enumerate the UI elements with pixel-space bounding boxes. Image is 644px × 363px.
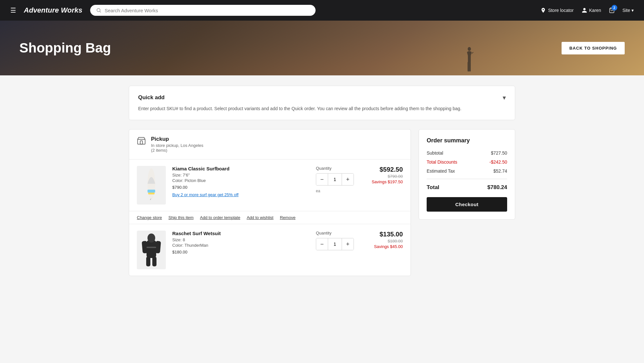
hero-silhouette-icon — [465, 46, 473, 75]
svg-rect-7 — [468, 62, 469, 72]
item-list-price-2: $180.00 — [172, 250, 309, 254]
add-to-wishlist-link[interactable]: Add to wishlist — [247, 215, 273, 220]
surfboard-illustration — [143, 167, 159, 203]
subtotal-row: Subtotal $727.50 — [427, 150, 507, 156]
item-color: Color: Picton Blue — [172, 178, 309, 183]
item-promo-link[interactable]: Buy 2 or more surf gear get 25% off — [172, 192, 309, 197]
navigation: ☰ Adventure Works Store locator Karen 2 — [0, 0, 644, 21]
svg-point-3 — [468, 47, 471, 51]
item-pricing-2: $135.00 $180.00 Savings $45.00 — [361, 231, 403, 249]
ship-this-item-link[interactable]: Ship this item — [168, 215, 194, 220]
back-to-shopping-button[interactable]: BACK TO SHOPPING — [562, 42, 625, 54]
hero-banner: Shopping Bag BACK TO SHOPPING — [0, 21, 644, 75]
quick-add-header[interactable]: Quick add ▾ — [138, 94, 506, 101]
quick-add-description: Enter product SKU# to find a product. Se… — [138, 105, 506, 112]
item-current-price-2: $135.00 — [361, 231, 403, 238]
product-image-wetsuit — [137, 231, 166, 269]
quick-add-title: Quick add — [138, 94, 165, 101]
svg-rect-19 — [146, 257, 150, 266]
nav-right: Store locator Karen 2 Site ▾ — [540, 7, 634, 13]
cart-item: Kiama Classic Surfboard Size: 7'6" Color… — [129, 159, 411, 211]
tax-value: $52.74 — [493, 168, 507, 174]
tax-label: Estimated Tax — [427, 168, 455, 174]
hamburger-icon[interactable]: ☰ — [10, 6, 16, 14]
unit-label: ea — [316, 189, 320, 193]
search-input[interactable] — [105, 8, 310, 13]
quantity-section: Quantity − + ea — [316, 166, 355, 193]
total-label: Total — [427, 184, 439, 191]
change-store-link[interactable]: Change store — [137, 215, 162, 220]
subtotal-label: Subtotal — [427, 150, 443, 156]
add-to-order-template-link[interactable]: Add to order template — [200, 215, 240, 220]
main-content: Quick add ▾ Enter product SKU# to find a… — [116, 75, 528, 286]
discounts-value: -$242.50 — [489, 159, 507, 165]
search-bar — [90, 5, 316, 16]
item-size-2: Size: 8 — [172, 237, 309, 242]
svg-rect-11 — [140, 141, 143, 144]
order-summary-title: Order summary — [427, 137, 507, 144]
svg-rect-10 — [137, 139, 145, 144]
quantity-label: Quantity — [316, 166, 331, 171]
item-list-price: $790.00 — [172, 185, 309, 190]
discounts-row: Total Discounts -$242.50 — [427, 159, 507, 165]
quick-add-collapse-icon[interactable]: ▾ — [503, 94, 506, 101]
user-menu[interactable]: Karen — [582, 7, 601, 13]
pickup-count: (2 items) — [151, 148, 204, 153]
quantity-label-2: Quantity — [316, 231, 331, 235]
checkout-button[interactable]: Checkout — [427, 197, 507, 212]
item-savings: Savings $197.50 — [361, 179, 403, 184]
chevron-down-icon: ▾ — [631, 8, 634, 13]
site-dropdown[interactable]: Site ▾ — [622, 8, 634, 13]
subtotal-value: $727.50 — [491, 150, 507, 156]
pickup-label: Pickup — [151, 136, 204, 142]
quantity-section-2: Quantity − + — [316, 231, 355, 250]
pickup-info: Pickup In store pickup, Los Angeles (2 i… — [151, 136, 204, 153]
quantity-control: − + — [316, 173, 354, 186]
svg-rect-15 — [147, 240, 156, 258]
svg-point-0 — [97, 8, 100, 12]
user-name: Karen — [589, 8, 601, 13]
item-original-price-2: $180.00 — [361, 239, 403, 244]
quick-add-section: Quick add ▾ Enter product SKU# to find a… — [129, 86, 515, 120]
wetsuit-illustration — [140, 232, 163, 268]
remove-link[interactable]: Remove — [280, 215, 295, 220]
site-logo[interactable]: Adventure Works — [24, 6, 82, 14]
svg-rect-8 — [469, 62, 471, 72]
svg-point-16 — [147, 234, 155, 243]
item-color-2: Color: ThunderMan — [172, 243, 309, 248]
pickup-icon — [137, 136, 146, 146]
item-name-2: Raschet Surf Wetsuit — [172, 231, 309, 236]
item-savings-2: Savings $45.00 — [361, 244, 403, 249]
order-summary-section: Order summary Subtotal $727.50 Total Dis… — [419, 129, 515, 220]
store-locator[interactable]: Store locator — [540, 7, 573, 13]
quantity-decrease-button-2[interactable]: − — [316, 238, 328, 250]
pickup-card: Pickup In store pickup, Los Angeles (2 i… — [129, 129, 411, 276]
order-summary-card: Order summary Subtotal $727.50 Total Dis… — [419, 129, 515, 220]
svg-rect-21 — [147, 247, 156, 248]
svg-rect-14 — [148, 193, 155, 195]
cart-button[interactable]: 2 — [609, 7, 615, 13]
item-size: Size: 7'6" — [172, 173, 309, 177]
item-pricing: $592.50 $790.00 Savings $197.50 — [361, 166, 403, 184]
cart-section: Pickup In store pickup, Los Angeles (2 i… — [129, 129, 411, 276]
content-row: Pickup In store pickup, Los Angeles (2 i… — [129, 129, 515, 276]
quantity-increase-button[interactable]: + — [342, 174, 354, 185]
page-title: Shopping Bag — [0, 40, 130, 56]
search-icon — [96, 7, 101, 13]
store-locator-label: Store locator — [548, 8, 573, 13]
quantity-decrease-button[interactable]: − — [316, 174, 328, 185]
quantity-increase-button-2[interactable]: + — [342, 238, 354, 250]
quantity-input-2[interactable] — [328, 238, 342, 250]
cart-badge: 2 — [611, 5, 617, 11]
site-label: Site — [622, 8, 630, 13]
item-actions: Change store Ship this item Add to order… — [129, 211, 411, 224]
item-name: Kiama Classic Surfboard — [172, 166, 309, 171]
quantity-control-2: − + — [316, 238, 354, 250]
svg-rect-13 — [147, 190, 155, 193]
item-details-surfboard: Kiama Classic Surfboard Size: 7'6" Color… — [172, 166, 309, 197]
quantity-input[interactable] — [328, 174, 342, 185]
store-pin-icon — [540, 7, 546, 13]
store-icon — [137, 136, 146, 145]
tax-row: Estimated Tax $52.74 — [427, 168, 507, 174]
svg-line-9 — [472, 50, 473, 53]
